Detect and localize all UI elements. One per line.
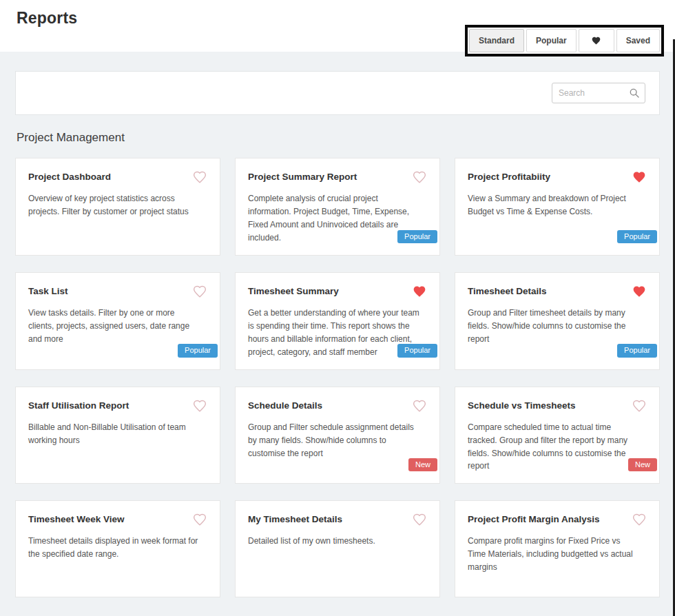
report-title: Timesheet Details xyxy=(468,283,547,296)
search-box xyxy=(552,83,645,103)
report-card[interactable]: Schedule Details Group and Filter schedu… xyxy=(235,387,440,484)
card-badge: Popular xyxy=(178,344,218,357)
report-card[interactable]: Project Profitabiity View a Summary and … xyxy=(455,158,660,256)
report-description: Compare scheduled time to actual time tr… xyxy=(468,421,647,473)
card-badge: Popular xyxy=(397,230,437,243)
favorite-heart-icon[interactable] xyxy=(192,170,207,186)
card-badge: Popular xyxy=(617,230,657,243)
favorite-heart-icon[interactable] xyxy=(632,285,647,300)
favorite-heart-icon[interactable] xyxy=(412,170,427,186)
card-header: Project Profitabiity xyxy=(468,169,647,186)
card-header: Project Summary Report xyxy=(248,169,427,186)
card-header: Timesheet Summary xyxy=(248,283,427,300)
report-description: Timesheet details displayed in week form… xyxy=(28,535,207,561)
favorite-heart-icon[interactable] xyxy=(192,285,207,300)
card-header: My Timesheet Details xyxy=(248,511,427,528)
heart-icon xyxy=(591,36,601,45)
report-description: Group and Filter schedule assignment det… xyxy=(248,421,427,460)
card-header: Timesheet Details xyxy=(468,283,647,300)
search-icon[interactable] xyxy=(629,88,640,99)
card-badge: Popular xyxy=(617,344,657,357)
report-description: Billable and Non-Billable Utilisation of… xyxy=(28,421,207,447)
report-card[interactable]: Timesheet Details Group and Filter times… xyxy=(455,272,660,370)
report-card[interactable]: Schedule vs Timesheets Compare scheduled… xyxy=(455,387,660,484)
favorite-heart-icon[interactable] xyxy=(632,399,647,415)
report-description: View a Summary and breakdown of Project … xyxy=(468,192,647,218)
report-description: View tasks details. Filter by one or mor… xyxy=(28,307,207,346)
report-title: Timesheet Summary xyxy=(248,283,339,296)
report-title: Project Dashboard xyxy=(28,169,111,182)
favorite-heart-icon[interactable] xyxy=(412,513,427,528)
tab-saved[interactable]: Saved xyxy=(616,29,660,52)
report-title: My Timesheet Details xyxy=(248,511,342,524)
report-title: Project Profit Margin Analysis xyxy=(468,511,600,524)
card-header: Project Profit Margin Analysis xyxy=(468,511,647,528)
favorite-heart-icon[interactable] xyxy=(192,513,207,528)
report-title: Project Summary Report xyxy=(248,169,357,182)
report-description: Detailed list of my own timesheets. xyxy=(248,535,427,548)
report-card[interactable]: Timesheet Week View Timesheet details di… xyxy=(15,500,220,597)
favorite-heart-icon[interactable] xyxy=(412,285,427,300)
card-badge: New xyxy=(628,458,657,471)
report-title: Task List xyxy=(28,283,68,296)
report-title: Project Profitabiity xyxy=(468,169,550,182)
tab-standard[interactable]: Standard xyxy=(469,29,524,52)
search-input[interactable] xyxy=(552,88,627,98)
report-card[interactable]: Project Summary Report Complete analysis… xyxy=(235,158,440,256)
favorite-heart-icon[interactable] xyxy=(192,399,207,415)
report-title: Timesheet Week View xyxy=(28,511,125,524)
card-header: Task List xyxy=(28,283,207,300)
card-header: Project Dashboard xyxy=(28,169,207,186)
section-title: Project Management xyxy=(17,131,675,145)
card-badge: Popular xyxy=(397,344,437,357)
report-title: Schedule Details xyxy=(248,398,322,411)
report-card[interactable]: Project Dashboard Overview of key projec… xyxy=(15,158,220,256)
card-header: Staff Utilisation Report xyxy=(28,398,207,415)
card-header: Schedule vs Timesheets xyxy=(468,398,647,415)
report-description: Compare profit margins for Fixed Price v… xyxy=(468,535,647,574)
report-card[interactable]: Task List View tasks details. Filter by … xyxy=(15,272,220,370)
report-description: Overview of key project statistics acros… xyxy=(28,192,207,218)
report-grid: Project Dashboard Overview of key projec… xyxy=(15,158,660,597)
report-card[interactable]: Timesheet Summary Get a better understan… xyxy=(235,272,440,370)
card-badge: New xyxy=(408,458,437,471)
tab-favorites[interactable] xyxy=(579,29,614,52)
report-title: Staff Utilisation Report xyxy=(28,398,129,411)
search-panel xyxy=(15,71,660,115)
favorite-heart-icon[interactable] xyxy=(632,513,647,528)
report-view-tabs: Standard Popular Saved xyxy=(465,25,664,57)
card-header: Schedule Details xyxy=(248,398,427,415)
favorite-heart-icon[interactable] xyxy=(632,170,647,186)
report-card[interactable]: My Timesheet Details Detailed list of my… xyxy=(235,500,440,597)
card-header: Timesheet Week View xyxy=(28,511,207,528)
report-description: Group and Filter timesheet details by ma… xyxy=(468,307,647,346)
tab-popular[interactable]: Popular xyxy=(526,29,577,52)
page-title: Reports xyxy=(0,0,675,28)
report-title: Schedule vs Timesheets xyxy=(468,398,576,411)
favorite-heart-icon[interactable] xyxy=(412,399,427,415)
report-card[interactable]: Staff Utilisation Report Billable and No… xyxy=(15,387,220,484)
report-card[interactable]: Project Profit Margin Analysis Compare p… xyxy=(455,500,660,597)
